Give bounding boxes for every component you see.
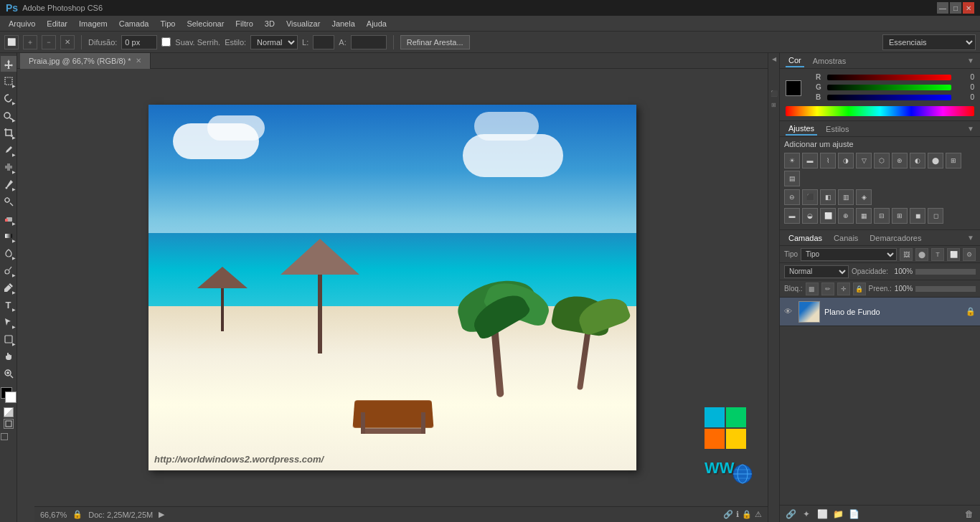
- gradient-map-adj-btn[interactable]: ▥: [838, 189, 854, 205]
- quick-mask-icon[interactable]: [4, 407, 14, 417]
- scroll-arrow[interactable]: ▶: [159, 510, 164, 519]
- menu-3d[interactable]: 3D: [259, 18, 281, 29]
- bw-adj-btn[interactable]: ◐: [910, 153, 925, 169]
- crop-tool[interactable]: ▶: [1, 125, 17, 141]
- selection-int-icon[interactable]: ✕: [60, 35, 75, 49]
- screen-mode-icon[interactable]: [4, 419, 14, 429]
- menu-filtro[interactable]: Filtro: [230, 18, 258, 29]
- lock-position-btn[interactable]: ✛: [837, 283, 850, 295]
- menu-ajuda[interactable]: Ajuda: [361, 18, 392, 29]
- dodge-tool[interactable]: ▶: [1, 262, 17, 278]
- adj-icon-10[interactable]: ◒: [802, 208, 818, 224]
- layer-style-btn[interactable]: ✦: [800, 508, 813, 521]
- colorlookup-adj-btn[interactable]: ▤: [784, 171, 800, 186]
- type-tool[interactable]: T ▶: [1, 297, 17, 313]
- pen-tool[interactable]: ▶: [1, 280, 17, 295]
- opacity-slider[interactable]: [915, 269, 976, 275]
- fill-slider[interactable]: [915, 286, 976, 292]
- close-button[interactable]: ✕: [963, 2, 974, 14]
- new-layer-btn[interactable]: 📄: [847, 508, 860, 521]
- heal-tool[interactable]: ▶: [1, 159, 17, 175]
- adj-icon-15[interactable]: ⊞: [892, 208, 908, 224]
- tab-camadas[interactable]: Camadas: [786, 232, 825, 244]
- workspace-select[interactable]: Essenciais: [882, 34, 976, 50]
- background-color[interactable]: [5, 392, 17, 403]
- tab-estilos[interactable]: Estilos: [823, 123, 852, 135]
- extra-tool-icon[interactable]: [9, 433, 17, 440]
- status-warning-icon[interactable]: ⚠: [755, 510, 762, 519]
- gradient-tool[interactable]: ▶: [1, 228, 17, 244]
- adj-icon-17[interactable]: ◻: [928, 208, 943, 224]
- collapse-panels-btn[interactable]: ◀: [769, 56, 779, 66]
- tab-demarcadores[interactable]: Demarcadores: [867, 232, 924, 244]
- clone-tool[interactable]: [1, 194, 17, 209]
- layer-filter-btn2[interactable]: ⬤: [915, 248, 928, 261]
- layer-filter-btn5[interactable]: ⚙: [963, 248, 976, 261]
- icon-mode-btn[interactable]: ⊞: [769, 102, 779, 112]
- menu-tipo[interactable]: Tipo: [154, 18, 181, 29]
- adj-icon-9[interactable]: ▬: [784, 208, 800, 224]
- color-spectrum[interactable]: [786, 106, 974, 116]
- lasso-tool[interactable]: ▶: [1, 90, 17, 106]
- curves-adj-btn[interactable]: ⌇: [820, 153, 836, 169]
- layer-mask-btn[interactable]: ⬜: [816, 508, 829, 521]
- adj-icon-13[interactable]: ▦: [856, 208, 872, 224]
- brush-tool[interactable]: ▶: [1, 176, 17, 192]
- levels-adj-btn[interactable]: ▬: [802, 153, 818, 169]
- blend-mode-select[interactable]: Normal: [784, 265, 849, 278]
- lock-paint-btn[interactable]: ✏: [821, 283, 834, 295]
- delete-layer-btn[interactable]: 🗑: [963, 508, 976, 521]
- mixchannel-adj-btn[interactable]: ⊞: [946, 153, 961, 169]
- status-lock2-icon[interactable]: 🔒: [742, 510, 752, 519]
- adj-icon-12[interactable]: ⊕: [838, 208, 854, 224]
- tab-amostras[interactable]: Amostras: [810, 55, 849, 67]
- diffusion-input[interactable]: [121, 35, 157, 49]
- quick-select-tool[interactable]: ▶: [1, 108, 17, 123]
- status-link-icon[interactable]: 🔗: [723, 510, 733, 519]
- expand-panels-btn[interactable]: ⬛: [769, 90, 779, 100]
- new-group-btn[interactable]: 📁: [831, 508, 844, 521]
- canvas-container[interactable]: http://worldwindows2.wordpress.com/: [17, 69, 768, 506]
- threshold-adj-btn[interactable]: ◧: [820, 189, 836, 205]
- menu-imagem[interactable]: Imagem: [73, 18, 113, 29]
- style-select[interactable]: Normal: [250, 35, 298, 49]
- brightness-adj-btn[interactable]: ☀: [784, 153, 800, 169]
- lock-all-btn[interactable]: 🔒: [853, 283, 866, 295]
- posterize-adj-btn[interactable]: ⬛: [802, 189, 818, 205]
- menu-visualizar[interactable]: Visualizar: [281, 18, 326, 29]
- selection-rect-icon[interactable]: ⬜: [4, 35, 19, 49]
- menu-camada[interactable]: Camada: [113, 18, 155, 29]
- adj-icon-11[interactable]: ⬜: [820, 208, 836, 224]
- tab-color[interactable]: Cor: [786, 54, 804, 67]
- layer-visibility-icon[interactable]: 👁: [784, 307, 794, 317]
- tab-canais[interactable]: Canais: [831, 232, 861, 244]
- hand-tool[interactable]: [1, 348, 17, 364]
- colorbalance-adj-btn[interactable]: ⊛: [892, 153, 908, 169]
- menu-editar[interactable]: Editar: [41, 18, 73, 29]
- layer-filter-btn3[interactable]: T: [931, 248, 944, 261]
- red-slider[interactable]: [827, 75, 951, 80]
- shape-tool[interactable]: ▶: [1, 331, 17, 347]
- document-tab[interactable]: Praia.jpg @ 66,7% (RGB/8) * ✕: [20, 53, 151, 69]
- path-select-tool[interactable]: ▶: [1, 314, 17, 330]
- eyedropper-tool[interactable]: ▶: [1, 142, 17, 158]
- menu-janela[interactable]: Janela: [326, 18, 360, 29]
- tab-close-button[interactable]: ✕: [136, 57, 141, 65]
- eraser-tool[interactable]: ▶: [1, 211, 17, 227]
- move-tool[interactable]: [1, 56, 17, 72]
- menu-selecionar[interactable]: Selecionar: [181, 18, 230, 29]
- refine-edge-button[interactable]: Refinar Aresta...: [400, 35, 470, 49]
- invert-adj-btn[interactable]: ⊖: [784, 189, 800, 205]
- hsl-adj-btn[interactable]: ⬡: [874, 153, 890, 169]
- lock-transparent-btn[interactable]: ▩: [806, 283, 819, 295]
- marquee-tool[interactable]: ▶: [1, 73, 17, 89]
- layer-filter-btn4[interactable]: ⬜: [947, 248, 960, 261]
- adj-panel-collapse[interactable]: ▼: [967, 125, 974, 133]
- layer-filter-btn1[interactable]: 🖼: [900, 248, 913, 261]
- tab-ajustes[interactable]: Ajustes: [786, 123, 817, 136]
- vibrance-adj-btn[interactable]: ▽: [856, 153, 872, 169]
- blur-tool[interactable]: ▶: [1, 245, 17, 261]
- color-panel-collapse[interactable]: ▼: [967, 57, 974, 65]
- adj-icon-16[interactable]: ◼: [910, 208, 925, 224]
- rotate-canvas-icon[interactable]: [1, 433, 8, 440]
